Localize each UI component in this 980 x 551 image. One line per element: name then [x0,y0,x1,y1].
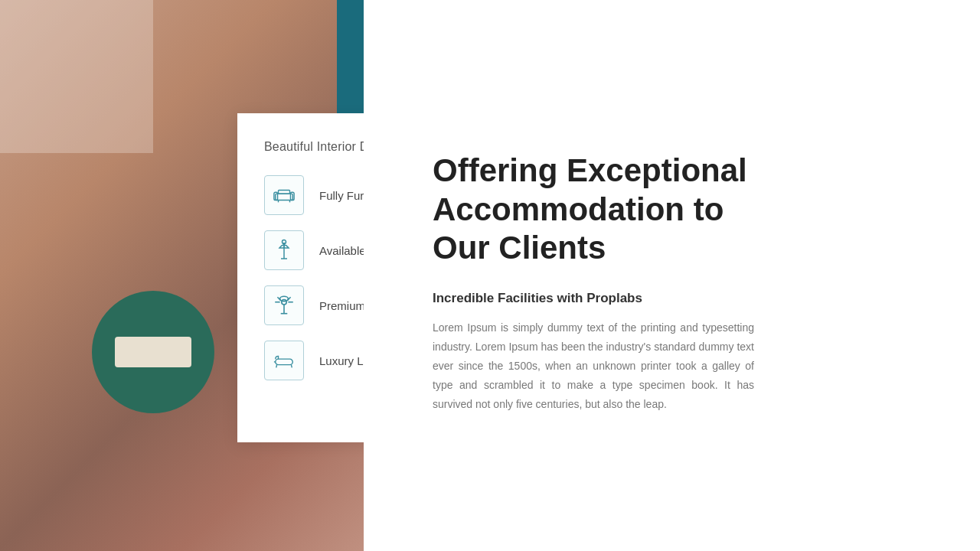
body-text: Lorem Ipsum is simply dummy text of the … [433,318,754,415]
feature-item-available-apartment: Available Apartment [264,230,364,270]
feature-label-luxury-living: Luxury Living Room [319,354,364,367]
svg-line-19 [276,365,277,368]
sofa-icon [273,184,296,207]
bathtub-icon [273,349,296,372]
window-light [0,0,153,153]
feature-item-premium-office: Premium Office Suites [264,285,364,325]
main-heading: Offering Exceptional Accommodation to Ou… [433,152,754,267]
feature-label-premium-office: Premium Office Suites [319,299,364,312]
feature-item-fully-furnished: Fully Furnished [264,175,364,215]
svg-rect-5 [279,190,290,194]
svg-point-10 [282,300,286,305]
sub-heading: Incredible Facilities with Proplabs [433,291,934,306]
left-section: Beautiful Interior Design Fully Furnishe… [0,0,364,551]
books-decoration [115,337,191,367]
card-title: Beautiful Interior Design [264,140,364,154]
feature-label-fully-furnished: Fully Furnished [319,189,364,202]
lamp-icon [273,239,296,262]
svg-line-20 [291,365,292,368]
fan-icon [273,294,296,317]
feature-icon-fan [264,285,304,325]
feature-card: Beautiful Interior Design Fully Furnishe… [237,113,364,442]
svg-point-13 [280,296,289,301]
feature-icon-sofa [264,175,304,215]
svg-rect-18 [276,359,293,365]
teal-accent-bar [337,0,364,122]
right-section: Offering Exceptional Accommodation to Ou… [364,0,980,551]
feature-icon-lamp [264,230,304,270]
feature-item-luxury-living: Luxury Living Room [264,341,364,380]
feature-label-available-apartment: Available Apartment [319,244,364,257]
feature-icon-bathtub [264,341,304,380]
